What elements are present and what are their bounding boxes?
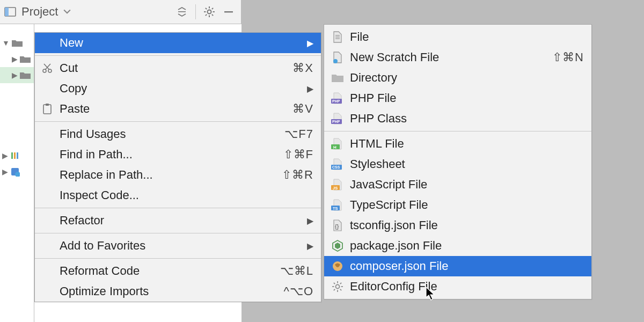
menu-item-stylesheet[interactable]: CSS Stylesheet: [324, 154, 591, 174]
menu-item-label: Directory: [350, 71, 397, 85]
tree-collapse-arrow[interactable]: ▶: [2, 151, 8, 160]
menu-item-label: Paste: [60, 102, 90, 116]
menu-shortcut: ^⌥O: [284, 284, 313, 298]
svg-line-52: [340, 283, 341, 284]
menu-shortcut: ⌘V: [292, 102, 313, 116]
new-submenu: File New Scratch File ⇧⌘N Directory PHP …: [324, 24, 592, 299]
menu-item-composer-json[interactable]: composer.json File: [324, 256, 591, 276]
menu-item-tsconfig[interactable]: {} tsconfig.json File: [324, 215, 591, 236]
context-menu: New ▶ Cut ⌘X Copy ▶ Paste: [34, 32, 321, 302]
menu-divider: [35, 233, 321, 233]
svg-rect-1: [5, 8, 9, 16]
menu-item-find-usages[interactable]: Find Usages ⌥F7: [35, 124, 321, 144]
svg-rect-22: [43, 105, 51, 114]
menu-item-label: Find Usages: [60, 127, 126, 141]
submenu-arrow-icon: ▶: [307, 84, 313, 94]
project-view-icon: [4, 6, 16, 18]
submenu-arrow-icon: ▶: [307, 216, 313, 226]
svg-rect-23: [46, 104, 49, 106]
editorconfig-icon: [331, 280, 345, 294]
submenu-arrow-icon: ▶: [307, 38, 313, 48]
menu-item-add-to-favorites[interactable]: Add to Favorites ▶: [35, 236, 321, 256]
svg-line-49: [334, 283, 335, 284]
menu-item-label: composer.json File: [350, 259, 448, 273]
folder-icon: [12, 39, 23, 47]
clipboard-icon: [40, 102, 54, 116]
menu-item-find-in-path[interactable]: Find in Path... ⇧⌘F: [35, 144, 321, 165]
menu-item-editorconfig[interactable]: EditorConfig File: [324, 276, 591, 297]
menu-item-label: Reformat Code: [60, 264, 140, 278]
svg-line-50: [340, 289, 341, 290]
menu-item-file[interactable]: File: [324, 27, 591, 47]
svg-text:JS: JS: [333, 186, 338, 191]
menu-item-php-class[interactable]: PHP PHP Class: [324, 108, 591, 129]
menu-shortcut: ⌥F7: [284, 127, 313, 141]
js-file-icon: JS: [331, 178, 345, 192]
scissors-icon: [40, 61, 54, 75]
tree-collapse-arrow[interactable]: ▶: [12, 55, 18, 63]
svg-rect-13: [11, 152, 13, 159]
folder-icon: [20, 71, 31, 79]
external-libraries-icon: [10, 151, 21, 160]
menu-shortcut: ⇧⌘N: [552, 50, 584, 64]
tree-collapse-arrow[interactable]: ▶: [12, 71, 18, 79]
svg-marker-42: [335, 243, 340, 249]
svg-rect-14: [14, 152, 16, 159]
project-tree[interactable]: ▼ ▶ ▶ ▶ ▶: [0, 24, 34, 322]
tree-expand-arrow[interactable]: ▼: [2, 39, 10, 47]
collapse-all-icon[interactable]: [174, 4, 190, 20]
gear-icon[interactable]: [201, 4, 217, 20]
svg-point-44: [335, 284, 339, 288]
php-file-icon: PHP: [331, 91, 345, 105]
menu-item-new[interactable]: New ▶: [35, 33, 321, 53]
svg-line-9: [212, 14, 213, 16]
composer-icon: [331, 259, 345, 273]
chevron-down-icon[interactable]: [63, 9, 71, 14]
menu-item-javascript-file[interactable]: JS JavaScript File: [324, 174, 591, 195]
folder-icon: [20, 55, 31, 63]
svg-text:TS: TS: [333, 206, 338, 211]
menu-item-copy[interactable]: Copy ▶: [35, 78, 321, 99]
svg-rect-12: [224, 11, 233, 12]
project-tool-window-header: Project: [0, 0, 241, 24]
menu-item-label: package.json File: [350, 239, 442, 253]
nodejs-icon: [331, 239, 345, 253]
menu-item-label: TypeScript File: [350, 198, 428, 212]
menu-item-replace-in-path[interactable]: Replace in Path... ⇧⌘R: [35, 165, 321, 185]
toolbar-separator: [195, 4, 196, 19]
menu-item-label: Refactor: [60, 214, 104, 228]
menu-item-label: PHP File: [350, 91, 396, 105]
php-class-icon: PHP: [331, 112, 345, 126]
ts-file-icon: TS: [331, 198, 345, 212]
menu-item-cut[interactable]: Cut ⌘X: [35, 58, 321, 78]
menu-item-label: Copy: [60, 82, 87, 96]
menu-divider: [35, 208, 321, 208]
menu-item-optimize-imports[interactable]: Optimize Imports ^⌥O: [35, 281, 321, 302]
menu-item-label: Add to Favorites: [60, 239, 145, 253]
menu-item-label: HTML File: [350, 137, 404, 151]
project-view-label[interactable]: Project: [19, 5, 60, 19]
menu-item-directory[interactable]: Directory: [324, 68, 591, 88]
menu-divider: [35, 121, 321, 122]
menu-item-label: tsconfig.json File: [350, 218, 438, 232]
menu-item-label: Find in Path...: [60, 148, 133, 162]
svg-line-11: [212, 8, 213, 9]
menu-item-inspect-code[interactable]: Inspect Code...: [35, 185, 321, 206]
svg-text:CSS: CSS: [332, 165, 340, 169]
menu-item-refactor[interactable]: Refactor ▶: [35, 210, 321, 231]
svg-line-10: [206, 14, 207, 16]
menu-item-typescript-file[interactable]: TS TypeScript File: [324, 195, 591, 215]
menu-item-new-scratch-file[interactable]: New Scratch File ⇧⌘N: [324, 47, 591, 68]
svg-line-8: [206, 8, 207, 9]
hide-icon[interactable]: [221, 4, 237, 20]
menu-item-reformat-code[interactable]: Reformat Code ⌥⌘L: [35, 261, 321, 281]
menu-item-package-json[interactable]: package.json File: [324, 236, 591, 256]
menu-item-label: JavaScript File: [350, 178, 427, 192]
menu-item-label: EditorConfig File: [350, 280, 437, 294]
menu-item-paste[interactable]: Paste ⌘V: [35, 99, 321, 119]
menu-item-html-file[interactable]: H HTML File: [324, 134, 591, 154]
menu-item-php-file[interactable]: PHP PHP File: [324, 88, 591, 108]
menu-shortcut: ⌥⌘L: [280, 264, 313, 278]
menu-divider: [324, 131, 591, 131]
tree-collapse-arrow[interactable]: ▶: [2, 167, 8, 176]
